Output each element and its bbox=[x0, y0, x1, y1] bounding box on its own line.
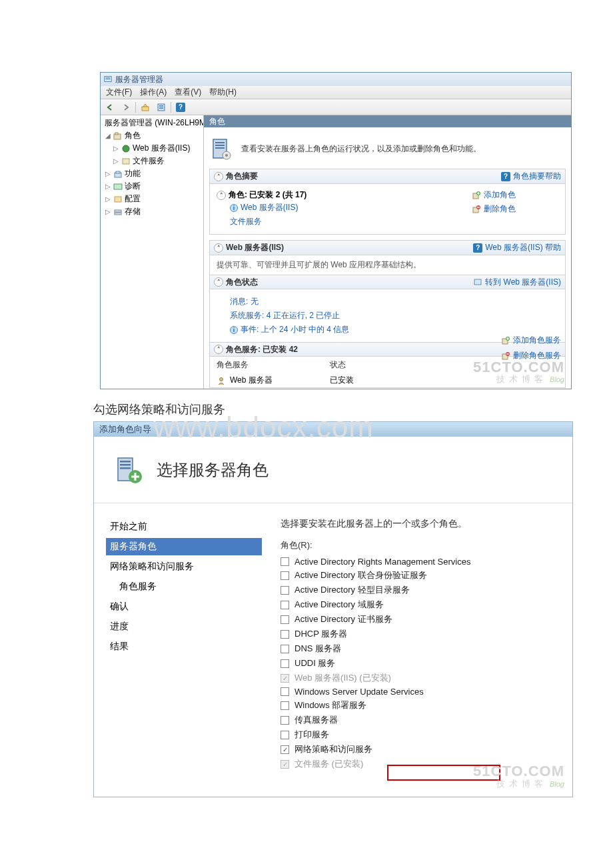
checkbox[interactable] bbox=[281, 659, 289, 668]
tree-features[interactable]: ▷ 功能 bbox=[101, 167, 203, 180]
role-item[interactable]: Windows Server Update Services bbox=[281, 685, 566, 698]
menu-view[interactable]: 查看(V) bbox=[175, 87, 201, 98]
collapse-icon[interactable]: ◢ bbox=[105, 132, 111, 139]
svg-rect-2 bbox=[106, 79, 111, 79]
checkbox[interactable] bbox=[281, 586, 289, 595]
role-label: Windows Server Update Services bbox=[295, 687, 424, 697]
svg-rect-16 bbox=[115, 197, 121, 202]
tree-web-iis[interactable]: ▷ Web 服务器(IIS) bbox=[101, 142, 203, 155]
collapse-icon[interactable]: ˄ bbox=[217, 191, 226, 200]
nav-confirm[interactable]: 确认 bbox=[106, 598, 262, 615]
watermark: 51CTO.COM 技术博客Blog bbox=[473, 763, 564, 789]
goto-iis-link[interactable]: 转到 Web 服务器(IIS) bbox=[473, 277, 561, 288]
help-button[interactable]: ? bbox=[174, 101, 187, 114]
role-label: Active Directory 联合身份验证服务 bbox=[295, 569, 427, 581]
checkbox bbox=[281, 760, 289, 769]
role-label: 打印服务 bbox=[295, 729, 329, 741]
expand-icon[interactable]: ▷ bbox=[113, 157, 119, 165]
role-item[interactable]: 网络策略和访问服务 bbox=[281, 742, 566, 757]
help-icon: ? bbox=[501, 172, 510, 181]
checkbox[interactable] bbox=[281, 645, 289, 653]
svg-rect-5 bbox=[159, 105, 163, 106]
role-item[interactable]: 传真服务器 bbox=[281, 713, 566, 727]
wizard-prompt: 选择要安装在此服务器上的一个或多个角色。 bbox=[281, 518, 566, 530]
tree-diag[interactable]: ▷ 诊断 bbox=[101, 180, 203, 193]
role-item[interactable]: UDDI 服务 bbox=[281, 656, 566, 671]
svg-rect-3 bbox=[142, 107, 149, 111]
menu-help[interactable]: 帮助(H) bbox=[209, 87, 237, 98]
iis-help-link[interactable]: ? Web 服务器(IIS) 帮助 bbox=[473, 242, 561, 253]
titlebar[interactable]: 服务器管理器 bbox=[101, 73, 571, 86]
tree-pane[interactable]: 服务器管理器 (WIN-26LH9MG ◢ 角色 ▷ Web 服务器(IIS) … bbox=[101, 115, 204, 389]
role-item[interactable]: DHCP 服务器 bbox=[281, 627, 566, 641]
checkbox[interactable] bbox=[281, 557, 289, 566]
collapse-icon[interactable]: ˄ bbox=[214, 172, 223, 181]
checkbox[interactable] bbox=[281, 716, 289, 725]
tree-roles[interactable]: ◢ 角色 bbox=[101, 129, 203, 142]
roles-icon bbox=[113, 131, 123, 141]
wizard-main: 选择要安装在此服务器上的一个或多个角色。 角色(R): Active Direc… bbox=[274, 503, 572, 797]
role-item[interactable]: Active Directory 证书服务 bbox=[281, 612, 566, 627]
menu-action[interactable]: 操作(A) bbox=[140, 87, 167, 98]
summary-help-link[interactable]: ? 角色摘要帮助 bbox=[501, 171, 561, 182]
wizard-header-icon bbox=[113, 454, 145, 486]
checkbox[interactable] bbox=[281, 571, 289, 580]
tree-root[interactable]: 服务器管理器 (WIN-26LH9MG bbox=[101, 117, 203, 129]
expand-icon[interactable]: ▷ bbox=[105, 195, 111, 203]
role-item[interactable]: Active Directory 轻型目录服务 bbox=[281, 583, 566, 597]
role-item[interactable]: Active Directory 联合身份验证服务 bbox=[281, 568, 566, 583]
remove-role-link[interactable]: 删除角色 bbox=[472, 203, 558, 215]
tree-file-svc[interactable]: ▷ 文件服务 bbox=[101, 155, 203, 167]
forward-button[interactable] bbox=[119, 101, 133, 114]
menu-file[interactable]: 文件(F) bbox=[106, 87, 132, 98]
wizard-nav: 开始之前 服务器角色 网络策略和访问服务 角色服务 确认 进度 结果 bbox=[94, 503, 274, 797]
checkbox[interactable] bbox=[281, 731, 289, 739]
help-icon: ? bbox=[473, 243, 482, 253]
add-role-link[interactable]: 添加角色 bbox=[472, 189, 558, 201]
menubar: 文件(F) 操作(A) 查看(V) 帮助(H) bbox=[101, 86, 571, 99]
role-item[interactable]: Windows 部署服务 bbox=[281, 698, 566, 713]
expand-icon[interactable]: ▷ bbox=[113, 145, 119, 152]
expand-icon[interactable]: ▷ bbox=[105, 183, 111, 190]
user-icon bbox=[217, 376, 226, 385]
properties-button[interactable] bbox=[155, 101, 168, 114]
collapse-icon[interactable]: ˄ bbox=[214, 277, 223, 287]
add-role-service-link[interactable]: 添加角色服务 bbox=[501, 335, 561, 346]
svg-rect-36 bbox=[120, 461, 131, 463]
checkbox[interactable] bbox=[281, 701, 289, 710]
storage-icon bbox=[113, 207, 123, 217]
svg-rect-21 bbox=[215, 145, 225, 146]
role-label: DNS 服务器 bbox=[295, 643, 341, 655]
expand-icon[interactable]: ▷ bbox=[105, 208, 111, 215]
role-item[interactable]: DNS 服务器 bbox=[281, 641, 566, 656]
nav-nps[interactable]: 网络策略和访问服务 bbox=[106, 558, 262, 575]
nav-server-roles[interactable]: 服务器角色 bbox=[106, 538, 262, 555]
section-head: ˄ Web 服务器(IIS) ? Web 服务器(IIS) 帮助 bbox=[210, 241, 565, 255]
nav-role-services[interactable]: 角色服务 bbox=[106, 578, 262, 595]
collapse-icon[interactable]: ˄ bbox=[214, 243, 223, 253]
collapse-icon[interactable]: ˄ bbox=[214, 345, 223, 354]
checkbox[interactable] bbox=[281, 630, 289, 639]
tree-storage[interactable]: ▷ 存储 bbox=[101, 205, 203, 218]
nav-progress[interactable]: 进度 bbox=[106, 618, 262, 635]
role-link-iis[interactable]: i Web 服务器(IIS) bbox=[217, 201, 472, 215]
checkbox[interactable] bbox=[281, 601, 289, 609]
tree-config[interactable]: ▷ 配置 bbox=[101, 193, 203, 205]
role-item[interactable]: 打印服务 bbox=[281, 727, 566, 742]
nav-result[interactable]: 结果 bbox=[106, 638, 262, 655]
role-item[interactable]: Active Directory Rights Management Servi… bbox=[281, 555, 566, 568]
expand-icon[interactable]: ▷ bbox=[105, 170, 111, 177]
roles-label: 角色(R): bbox=[281, 539, 566, 551]
svg-point-11 bbox=[123, 145, 129, 152]
role-item[interactable]: Active Directory 域服务 bbox=[281, 597, 566, 612]
role-list[interactable]: Active Directory Rights Management Servi… bbox=[281, 555, 566, 771]
role-link-file[interactable]: 文件服务 bbox=[217, 215, 472, 229]
checkbox[interactable] bbox=[281, 745, 289, 754]
back-button[interactable] bbox=[103, 101, 117, 114]
up-button[interactable] bbox=[139, 101, 152, 114]
nav-before[interactable]: 开始之前 bbox=[106, 518, 262, 535]
role-label: 网络策略和访问服务 bbox=[295, 743, 372, 755]
checkbox[interactable] bbox=[281, 687, 289, 696]
checkbox[interactable] bbox=[281, 615, 289, 624]
goto-icon bbox=[473, 277, 482, 287]
